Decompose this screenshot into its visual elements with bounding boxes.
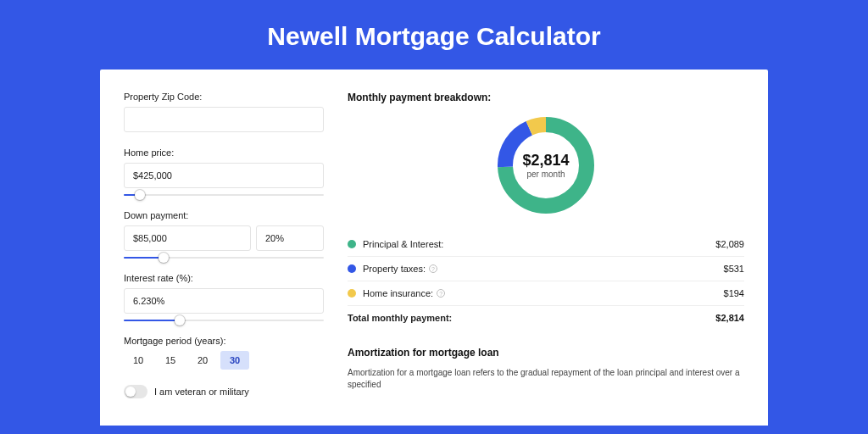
period-option-20[interactable]: 20 [188, 351, 217, 370]
rate-label: Interest rate (%): [124, 273, 324, 283]
period-label: Mortgage period (years): [124, 336, 324, 346]
donut-value: $2,814 [522, 152, 569, 170]
zip-input[interactable] [124, 107, 324, 132]
slider-thumb[interactable] [175, 315, 185, 326]
amort-title: Amortization for mortgage loan [348, 347, 744, 359]
zip-group: Property Zip Code: [124, 92, 324, 132]
period-option-30[interactable]: 30 [220, 351, 249, 370]
breakdown-title: Monthly payment breakdown: [348, 92, 744, 103]
down-amount-input[interactable] [124, 225, 251, 251]
breakdown-label: Principal & Interest: [363, 239, 443, 249]
breakdown-label: Home insurance:? [363, 288, 445, 298]
breakdown-label: Property taxes:? [363, 264, 437, 274]
period-option-10[interactable]: 10 [124, 351, 153, 370]
info-icon[interactable]: ? [429, 264, 437, 273]
down-slider[interactable] [124, 253, 324, 263]
breakdown-value: $194 [724, 288, 744, 298]
zip-label: Property Zip Code: [124, 92, 324, 102]
veteran-row: I am veteran or military [124, 385, 324, 398]
calculator-card: Property Zip Code: Home price: Down paym… [100, 70, 768, 426]
form-panel: Property Zip Code: Home price: Down paym… [124, 92, 324, 426]
down-group: Down payment: [124, 210, 324, 263]
legend-swatch [348, 264, 356, 273]
rate-slider[interactable] [124, 315, 324, 326]
breakdown-list: Principal & Interest:$2,089Property taxe… [348, 232, 744, 330]
breakdown-panel: Monthly payment breakdown: $2,814 per mo… [348, 92, 744, 426]
price-group: Home price: [124, 147, 324, 200]
breakdown-value: $2,089 [715, 239, 744, 249]
slider-thumb[interactable] [135, 190, 145, 200]
breakdown-total-row: Total monthly payment:$2,814 [348, 306, 744, 330]
price-input[interactable] [124, 163, 324, 188]
breakdown-row: Property taxes:?$531 [348, 257, 744, 281]
period-group: Mortgage period (years): 10152030 [124, 336, 324, 370]
total-value: $2,814 [715, 313, 744, 323]
veteran-toggle[interactable] [124, 385, 147, 398]
page-title: Newell Mortgage Calculator [0, 0, 868, 70]
toggle-knob [125, 387, 136, 397]
slider-thumb[interactable] [159, 253, 169, 263]
rate-input[interactable] [124, 288, 324, 314]
down-label: Down payment: [124, 210, 324, 220]
price-slider[interactable] [124, 190, 324, 200]
breakdown-donut: $2,814 per month [494, 114, 598, 217]
rate-group: Interest rate (%): [124, 273, 324, 326]
amort-body: Amortization for a mortgage loan refers … [348, 367, 744, 391]
breakdown-value: $531 [724, 264, 744, 274]
legend-swatch [348, 240, 356, 248]
breakdown-row: Principal & Interest:$2,089 [348, 232, 744, 257]
veteran-label: I am veteran or military [154, 387, 249, 397]
breakdown-row: Home insurance:?$194 [348, 281, 744, 306]
period-option-15[interactable]: 15 [156, 351, 185, 370]
donut-sub: per month [526, 170, 565, 179]
period-options: 10152030 [124, 351, 324, 370]
total-label: Total monthly payment: [348, 313, 452, 323]
legend-swatch [348, 289, 356, 298]
down-pct-input[interactable] [256, 225, 324, 251]
info-icon[interactable]: ? [437, 289, 445, 298]
price-label: Home price: [124, 147, 324, 158]
